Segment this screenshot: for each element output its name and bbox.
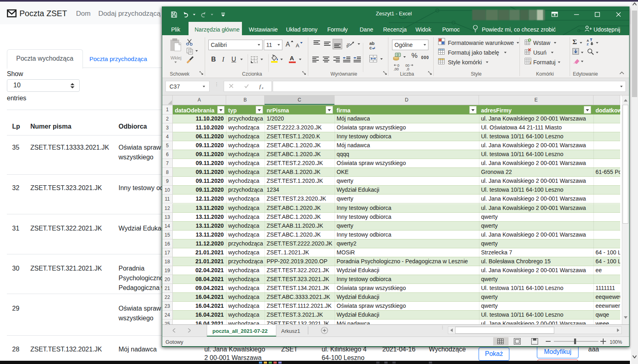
svg-text:Z: Z xyxy=(587,42,589,45)
svg-text:c: c xyxy=(369,45,372,50)
svg-text:,0: ,0 xyxy=(406,67,409,71)
svg-text:x: x xyxy=(261,86,263,89)
svg-text:A: A xyxy=(587,39,589,42)
svg-text:,00: ,00 xyxy=(394,67,399,71)
